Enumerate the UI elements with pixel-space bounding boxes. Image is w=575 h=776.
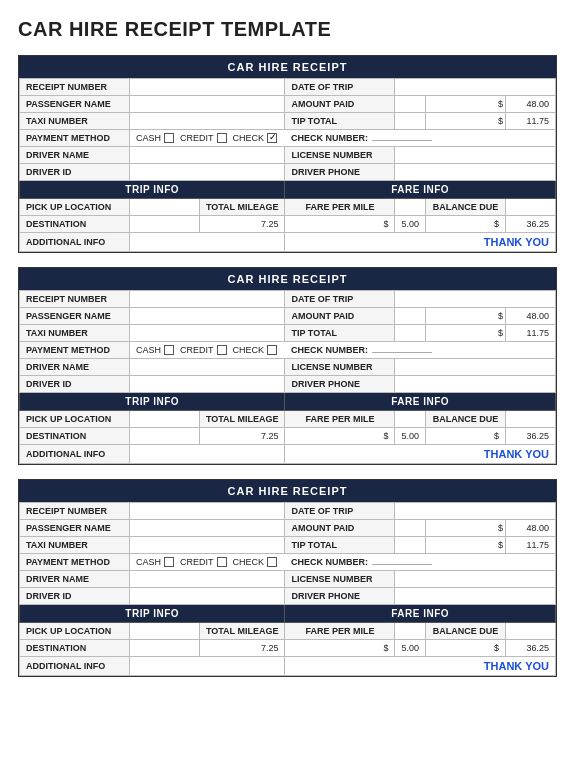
credit-option-checkbox[interactable] [217,345,227,355]
value-receipt-number[interactable] [130,503,285,520]
value-amount-paid-empty[interactable] [395,308,426,325]
credit-option[interactable]: CREDIT [180,557,227,567]
value-license-number[interactable] [395,359,556,376]
value-additional-info[interactable] [130,233,285,252]
fare-value: 5.00 [395,640,426,657]
cash-option[interactable]: CASH [136,557,174,567]
value-date-of-trip[interactable] [395,291,556,308]
value-driver-phone[interactable] [395,376,556,393]
value-pick-up[interactable] [130,411,200,428]
credit-option[interactable]: CREDIT [180,345,227,355]
value-driver-phone[interactable] [395,588,556,605]
fare-sign: $ [285,216,395,233]
value-destination[interactable] [130,640,200,657]
check-option-checkbox[interactable] [267,133,277,143]
receipt-header: CAR HIRE RECEIPT [19,480,556,502]
check-option-checkbox[interactable] [267,557,277,567]
value-amount-paid-empty[interactable] [395,96,426,113]
label-tip-total: TIP TOTAL [285,325,395,342]
label-amount-paid: AMOUNT PAID [285,520,395,537]
value-receipt-number[interactable] [130,79,285,96]
label-total-mileage: TOTAL MILEAGE [199,199,285,216]
credit-option[interactable]: CREDIT [180,133,227,143]
credit-option-checkbox[interactable] [217,133,227,143]
cash-option[interactable]: CASH [136,133,174,143]
check-number-label: CHECK NUMBER: [291,133,368,143]
thank-you-text: THANK YOU [285,233,556,252]
value-taxi-number[interactable] [130,325,285,342]
mileage-value: 7.25 [199,216,285,233]
label-pick-up: PICK UP LOCATION [20,623,130,640]
value-destination[interactable] [130,428,200,445]
receipt-header: CAR HIRE RECEIPT [19,56,556,78]
cash-option-checkbox[interactable] [164,345,174,355]
value-driver-name[interactable] [130,359,285,376]
cash-option-checkbox[interactable] [164,133,174,143]
balance-value: 36.25 [506,216,556,233]
payment-method-options[interactable]: CASHCREDITCHECKCHECK NUMBER: [130,130,556,147]
value-passenger-name[interactable] [130,308,285,325]
label-passenger-name: PASSENGER NAME [20,308,130,325]
mileage-value: 7.25 [199,428,285,445]
trip-info-header: TRIP INFO [20,605,285,623]
check-number-value[interactable] [372,352,432,353]
label-destination: DESTINATION [20,640,130,657]
cash-option[interactable]: CASH [136,345,174,355]
balance-due-spacer [506,199,556,216]
receipt-block-3: CAR HIRE RECEIPTRECEIPT NUMBERDATE OF TR… [18,479,557,677]
value-driver-id[interactable] [130,376,285,393]
label-additional-info: ADDITIONAL INFO [20,233,130,252]
label-license-number: LICENSE NUMBER [285,359,395,376]
label-passenger-name: PASSENGER NAME [20,96,130,113]
value-tip-empty[interactable] [395,325,426,342]
value-tip-empty[interactable] [395,113,426,130]
value-date-of-trip[interactable] [395,79,556,96]
label-receipt-number: RECEIPT NUMBER [20,291,130,308]
check-option[interactable]: CHECK [233,345,278,355]
value-tip-empty[interactable] [395,537,426,554]
value-pick-up[interactable] [130,199,200,216]
label-driver-name: DRIVER NAME [20,359,130,376]
value-date-of-trip[interactable] [395,503,556,520]
value-passenger-name[interactable] [130,96,285,113]
value-receipt-number[interactable] [130,291,285,308]
balance-sign: $ [426,216,506,233]
cash-option-checkbox[interactable] [164,557,174,567]
amount-paid-value: 48.00 [506,96,556,113]
label-additional-info: ADDITIONAL INFO [20,657,130,676]
receipt-block-1: CAR HIRE RECEIPTRECEIPT NUMBERDATE OF TR… [18,55,557,253]
value-license-number[interactable] [395,571,556,588]
check-option[interactable]: CHECK [233,557,278,567]
check-number-value[interactable] [372,564,432,565]
check-option[interactable]: CHECK [233,133,278,143]
balance-sign: $ [426,428,506,445]
balance-due-spacer [506,411,556,428]
value-license-number[interactable] [395,147,556,164]
label-fare-per-mile: FARE PER MILE [285,623,395,640]
credit-option-checkbox[interactable] [217,557,227,567]
tip-total-value: 11.75 [506,537,556,554]
value-additional-info[interactable] [130,445,285,464]
receipt-header: CAR HIRE RECEIPT [19,268,556,290]
label-pick-up: PICK UP LOCATION [20,199,130,216]
value-amount-paid-empty[interactable] [395,520,426,537]
value-pick-up[interactable] [130,623,200,640]
value-destination[interactable] [130,216,200,233]
check-number-value[interactable] [372,140,432,141]
check-option-checkbox[interactable] [267,345,277,355]
label-taxi-number: TAXI NUMBER [20,113,130,130]
fare-value: 5.00 [395,216,426,233]
value-additional-info[interactable] [130,657,285,676]
value-driver-id[interactable] [130,588,285,605]
value-driver-id[interactable] [130,164,285,181]
payment-method-options[interactable]: CASHCREDITCHECKCHECK NUMBER: [130,554,556,571]
value-driver-name[interactable] [130,571,285,588]
payment-method-options[interactable]: CASHCREDITCHECKCHECK NUMBER: [130,342,556,359]
label-pick-up: PICK UP LOCATION [20,411,130,428]
value-driver-phone[interactable] [395,164,556,181]
value-passenger-name[interactable] [130,520,285,537]
value-taxi-number[interactable] [130,537,285,554]
value-driver-name[interactable] [130,147,285,164]
fare-sign: $ [285,640,395,657]
value-taxi-number[interactable] [130,113,285,130]
